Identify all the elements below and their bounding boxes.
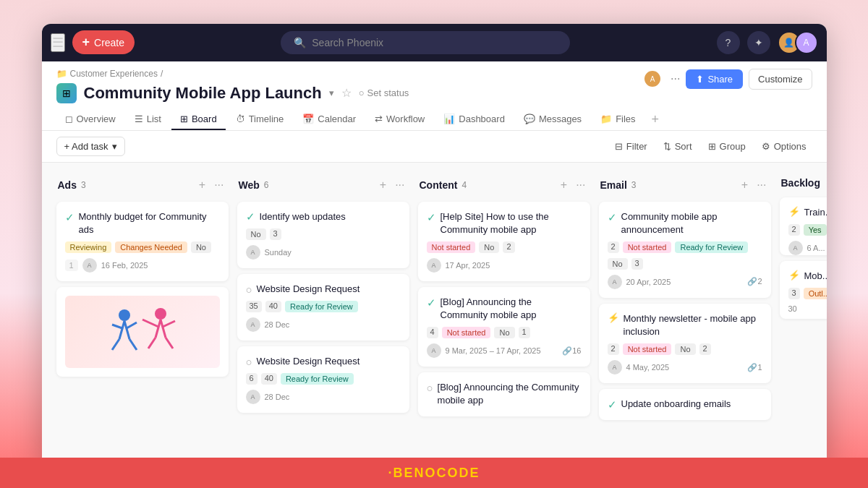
tag-ready-2: Ready for Review (281, 373, 354, 385)
card-email-2[interactable]: ⚡ Monthly newsletter - mobile app inclus… (599, 304, 771, 383)
help-button[interactable]: ? (717, 31, 740, 54)
card-backlog-1[interactable]: ⚡ Train... on mobi... 2 Yes A 6 A... (780, 197, 827, 255)
collab-more-button[interactable]: ··· (671, 72, 680, 85)
column-email-add-button[interactable]: + (739, 177, 751, 193)
search-input[interactable]: 🔍 Search Phoenix (281, 31, 570, 54)
sort-button[interactable]: ⇅ Sort (658, 137, 698, 155)
svg-point-7 (155, 308, 166, 320)
card-web-1-avatar: A (246, 245, 260, 260)
card-content-3-title-row: ○ [Blog] Announcing the Community mobile… (427, 381, 582, 407)
card-ads-1[interactable]: ✓ Monthly budget for Community ads Revie… (56, 202, 229, 281)
share-button[interactable]: ⬆ Share (686, 69, 743, 89)
project-header: 📁 Customer Experiences / ⊞ Community Mob… (42, 61, 827, 131)
card-ads-2[interactable] (56, 287, 229, 377)
timeline-icon: ⏱ (236, 114, 245, 124)
column-backlog: Backlog ⚡ Train... on mobi... 2 Yes A 6 … (780, 174, 827, 453)
card-content-2-title-row: ✓ [Blog] Announcing the Community mobile… (427, 296, 582, 322)
group-button[interactable]: ⊞ Group (702, 137, 752, 155)
nav-tabs: ◻ Overview ☰ List ⊞ Board ⏱ Timeline 📅 C… (56, 109, 812, 130)
titlebar: ☰ + Create 🔍 Search Phoenix ? ✦ 👤 A (42, 24, 827, 61)
project-title: Community Mobile App Launch (84, 84, 322, 103)
card-content-3-check: ○ (427, 382, 433, 394)
card-backlog-1-tags: 2 Yes (788, 224, 827, 236)
titlebar-left: ☰ + Create (51, 30, 135, 54)
sparkle-button[interactable]: ✦ (747, 31, 770, 54)
card-email-3-check: ✓ (608, 398, 617, 411)
card-content-3[interactable]: ○ [Blog] Announcing the Community mobile… (418, 372, 590, 416)
card-ads-2-image (65, 296, 220, 368)
card-web-3[interactable]: ○ Website Design Request 6 40 Ready for … (237, 346, 409, 413)
column-ads-add-button[interactable]: + (196, 177, 208, 193)
card-web-2-tags: 35 40 Ready for Review (246, 301, 401, 312)
tab-workflow[interactable]: ⇄ Workflow (366, 109, 433, 130)
tab-board[interactable]: ⊞ Board (171, 109, 226, 130)
set-status-button[interactable]: ○ Set status (359, 87, 409, 98)
column-ads-header: Ads 3 + ··· (56, 174, 229, 196)
card-content-1-check: ✓ (427, 211, 436, 224)
column-web-more-button[interactable]: ··· (392, 177, 407, 193)
card-backlog-2[interactable]: ⚡ Mob... 3 Outl... 30 (780, 261, 827, 319)
card-web-2[interactable]: ○ Website Design Request 35 40 Ready for… (237, 274, 409, 341)
svg-line-2 (124, 321, 129, 339)
tab-dashboard[interactable]: 📊 Dashboard (435, 109, 514, 130)
svg-line-12 (142, 320, 158, 327)
dashboard-icon: 📊 (443, 114, 455, 124)
sort-label: Sort (675, 141, 692, 152)
tag-web-no: No (246, 228, 266, 240)
card-content-1-tags: Not started No 2 (427, 241, 582, 253)
svg-line-9 (161, 320, 166, 338)
column-content-add-button[interactable]: + (558, 177, 570, 193)
tag-not-started-e2: Not started (623, 343, 672, 355)
card-email-3[interactable]: ✓ Update onboarding emails (599, 389, 771, 420)
filter-button[interactable]: ⊟ Filter (609, 137, 653, 155)
add-task-button[interactable]: + Add task ▾ (56, 137, 125, 156)
breadcrumb-parent[interactable]: Customer Experiences (70, 69, 158, 79)
card-web-1-date: Sunday (265, 248, 292, 257)
card-web-3-meta: A 28 Dec (246, 390, 401, 404)
app-window: ☰ + Create 🔍 Search Phoenix ? ✦ 👤 A (42, 24, 827, 465)
plus-icon: + (82, 35, 90, 50)
column-web-actions: + ··· (377, 177, 408, 193)
card-content-1-title-row: ✓ [Help Site] How to use the Community m… (427, 210, 582, 236)
column-web-add-button[interactable]: + (377, 177, 389, 193)
tab-list[interactable]: ☰ List (126, 109, 170, 130)
column-content-more-button[interactable]: ··· (573, 177, 588, 193)
tag-3-e1: 3 (631, 258, 643, 270)
tab-messages[interactable]: 💬 Messages (515, 109, 590, 130)
add-tab-button[interactable]: + (646, 109, 665, 130)
hamburger-button[interactable]: ☰ (51, 33, 65, 52)
customize-button[interactable]: Customize (749, 69, 812, 90)
card-web-1[interactable]: ✓ Identify web updates No 3 A Sunday (237, 202, 409, 268)
card-email-1[interactable]: ✓ Community mobile app announcement 2 No… (599, 202, 771, 298)
options-button[interactable]: ⚙ Options (756, 137, 812, 155)
column-content-title: Content (420, 179, 458, 191)
title-dropdown-button[interactable]: ▾ (329, 87, 334, 98)
collab-avatars: A (643, 69, 662, 88)
card-content-2[interactable]: ✓ [Blog] Announcing the Community mobile… (418, 287, 590, 367)
card-backlog-1-avatar: A (788, 241, 803, 255)
tag-40b: 40 (261, 373, 277, 385)
column-ads-more-button[interactable]: ··· (211, 177, 226, 193)
card-content-2-tags: 4 Not started No 1 (427, 327, 582, 338)
svg-line-6 (127, 322, 137, 328)
tag-no-e1: No (608, 258, 628, 270)
tab-calendar[interactable]: 📅 Calendar (294, 109, 365, 130)
tag-2-e1: 2 (608, 241, 619, 253)
tab-overview[interactable]: ◻ Overview (56, 109, 124, 130)
tab-files[interactable]: 📁 Files (592, 109, 644, 130)
card-content-1[interactable]: ✓ [Help Site] How to use the Community m… (418, 202, 590, 281)
create-button[interactable]: + Create (72, 30, 135, 54)
star-button[interactable]: ☆ (341, 86, 352, 100)
card-content-3-title: [Blog] Announcing the Community mobile a… (438, 381, 582, 407)
tag-3-b2: 3 (788, 288, 800, 299)
card-email-1-extra-tags: No 3 (608, 258, 762, 270)
tab-timeline[interactable]: ⏱ Timeline (227, 109, 293, 130)
card-content-1-date: 17 Apr, 2025 (446, 261, 490, 270)
card-backlog-2-title: Mob... (804, 270, 827, 283)
group-label: Group (720, 141, 746, 152)
column-ads-count: 3 (81, 180, 86, 190)
column-email-more-button[interactable]: ··· (754, 177, 769, 193)
svg-line-10 (148, 338, 156, 348)
card-email-3-title: Update onboarding emails (621, 398, 731, 411)
tag-6: 6 (246, 373, 258, 385)
